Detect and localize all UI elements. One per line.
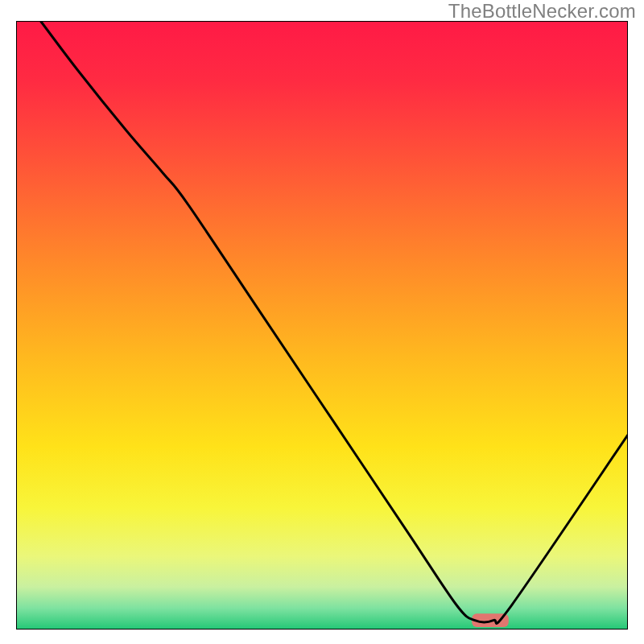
plot-area	[16, 21, 628, 630]
chart-container: TheBottleNecker.com	[0, 0, 644, 644]
watermark-text: TheBottleNecker.com	[448, 0, 636, 23]
bottleneck-chart	[16, 21, 628, 630]
gradient-background	[16, 21, 628, 630]
